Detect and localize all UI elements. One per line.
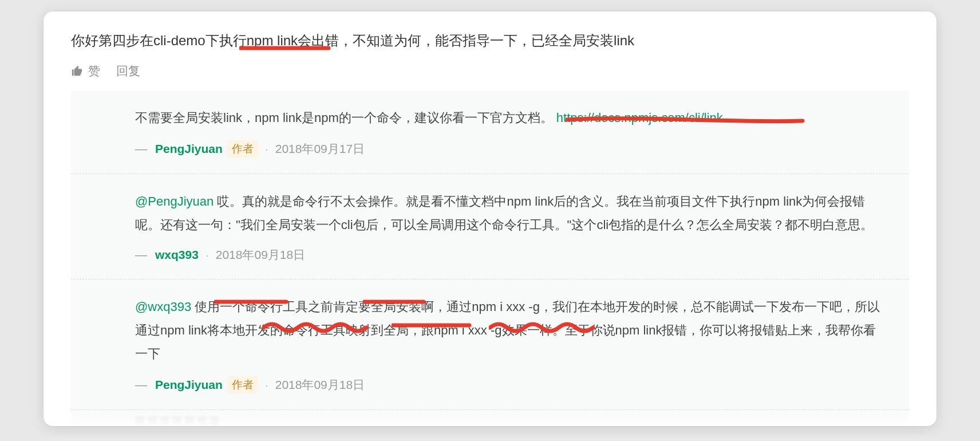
dash: — [135, 142, 147, 156]
reply-body: 不需要全局安装link，npm link是npm的一个命令，建议你看一下官方文档… [135, 107, 886, 130]
reply-text: 不需要全局安装link，npm link是npm的一个命令，建议你看一下官方文档… [135, 111, 553, 125]
root-comment-text: 你好第四步在cli-demo下执行npm link会出错，不知道为何，能否指导一… [71, 33, 634, 48]
reply-author-link[interactable]: PengJiyuan [155, 142, 223, 156]
dot-sep: · [265, 142, 268, 156]
reply-text: 使用一个命令行工具之前肯定要全局安装啊，通过npm i xxx -g，我们在本地… [135, 300, 880, 360]
reply-body: @PengJiyuan 哎。真的就是命令行不太会操作。就是看不懂文档中npm l… [135, 190, 886, 237]
reply-date: 2018年09月18日 [275, 377, 365, 393]
reply-item: @PengJiyuan 哎。真的就是命令行不太会操作。就是看不懂文档中npm l… [71, 174, 909, 279]
reply-item: 不需要全局安装link，npm link是npm的一个命令，建议你看一下官方文档… [71, 90, 909, 174]
comment-thread-card: 你好第四步在cli-demo下执行npm link会出错，不知道为何，能否指导一… [44, 11, 936, 426]
mention-link[interactable]: @wxq393 [135, 300, 191, 314]
root-comment-actions: 赞 回复 [44, 52, 936, 90]
cutoff-fade: ░ ░ ░ ░ ░ ░ ░ [71, 410, 909, 426]
replies-container: 不需要全局安装link，npm link是npm的一个命令，建议你看一下官方文档… [71, 90, 909, 410]
author-badge: 作者 [227, 376, 258, 393]
reply-button[interactable]: 回复 [116, 63, 140, 79]
mention-link[interactable]: @PengJiyuan [135, 194, 214, 208]
dash: — [135, 378, 147, 392]
like-label: 赞 [88, 63, 100, 79]
dot-sep: · [206, 248, 209, 262]
reply-meta: — PengJiyuan 作者 · 2018年09月18日 [135, 376, 886, 393]
reply-text: 哎。真的就是命令行不太会操作。就是看不懂文档中npm link后的含义。我在当前… [135, 194, 873, 232]
like-button[interactable]: 赞 [71, 63, 100, 79]
reply-date: 2018年09月18日 [216, 247, 305, 263]
reply-meta: — PengJiyuan 作者 · 2018年09月17日 [135, 140, 886, 158]
doc-link[interactable]: https://docs.npmjs.com/cli/link [556, 111, 723, 125]
reply-label: 回复 [116, 63, 140, 79]
dash: — [135, 248, 147, 262]
root-comment: 你好第四步在cli-demo下执行npm link会出错，不知道为何，能否指导一… [44, 25, 936, 52]
reply-author-link[interactable]: wxq393 [155, 248, 199, 262]
reply-item: @wxq393 使用一个命令行工具之前肯定要全局安装啊，通过npm i xxx … [71, 279, 909, 410]
reply-body: @wxq393 使用一个命令行工具之前肯定要全局安装啊，通过npm i xxx … [135, 296, 886, 365]
author-badge: 作者 [227, 140, 258, 158]
dot-sep: · [265, 378, 268, 392]
thumb-up-icon [71, 65, 84, 77]
reply-date: 2018年09月17日 [275, 141, 365, 157]
reply-author-link[interactable]: PengJiyuan [155, 378, 223, 392]
reply-meta: — wxq393 · 2018年09月18日 [135, 247, 886, 263]
